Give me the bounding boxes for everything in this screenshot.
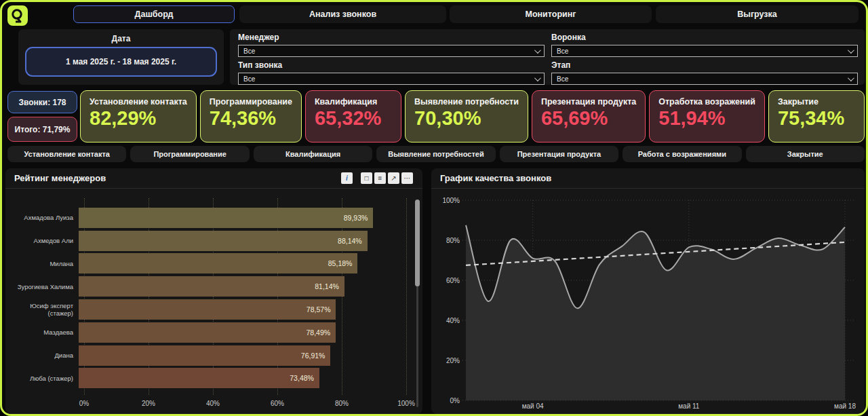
tab-export[interactable]: Выгрузка — [656, 5, 859, 23]
ranking-x-axis: 0%20%40%60%80%100% — [84, 400, 406, 409]
kpi-card-qualification: Квалификация 65,32% — [305, 90, 401, 143]
bar-track: 85,18% — [79, 253, 406, 273]
stage-button-contact[interactable]: Установление контакта — [7, 146, 126, 162]
y-tick-label: 80% — [446, 237, 460, 244]
kpi-card-title: Установление контакта — [90, 97, 187, 107]
kpi-cards-row: Установление контакта 82,29% Программиро… — [80, 90, 865, 143]
bar-row: Ахмадова Луиза89,93% — [14, 206, 406, 229]
x-tick-label: май 04 — [522, 402, 544, 410]
chevron-down-icon — [848, 75, 854, 81]
call-type-filter-select[interactable]: Все — [238, 73, 545, 85]
manager-filter-label: Менеджер — [238, 33, 545, 43]
x-tick-label: 80% — [335, 400, 349, 407]
stage-button-presentation[interactable]: Презентация продукта — [500, 146, 618, 162]
bar-track: 78,57% — [79, 299, 406, 320]
app-logo-icon — [9, 7, 26, 24]
bar-category-label: Диана — [14, 352, 79, 359]
dashboard-frame: Дашборд Анализ звонков Мониторинг Выгруз… — [0, 0, 868, 416]
kpi-card-value: 51,94% — [658, 107, 755, 130]
bar[interactable]: 89,93% — [79, 208, 373, 228]
pin-icon[interactable]: □ — [361, 172, 372, 184]
funnel-filter-label: Воронка — [551, 33, 858, 43]
bar-track: 89,93% — [79, 208, 406, 228]
kpi-card-value: 70,30% — [414, 107, 519, 130]
y-tick-label: 0% — [450, 397, 460, 404]
bar-category-label: Ахмедов Али — [14, 237, 79, 244]
call-type-filter-value: Все — [243, 75, 255, 83]
chevron-down-icon — [848, 47, 854, 54]
kpi-card-presentation: Презентация продукта 65,69% — [532, 90, 646, 143]
manager-filter-select[interactable]: Все — [238, 45, 545, 57]
kpi-card-value: 75,34% — [778, 107, 855, 130]
calls-count-badge: Звонки: 178 — [7, 91, 77, 113]
x-tick-label: 100% — [397, 400, 415, 407]
ranking-rows: Ахмадова Луиза89,93%Ахмедов Али88,14%Мил… — [14, 206, 406, 390]
stage-button-qualification[interactable]: Квалификация — [254, 146, 372, 162]
bar[interactable]: 81,14% — [79, 276, 344, 297]
bar-value-label: 81,14% — [315, 276, 339, 297]
kpi-card-title: Отработка возражений — [658, 97, 755, 107]
quality-panel-header: График качества звонков — [431, 168, 865, 189]
tab-dashboard[interactable]: Дашборд — [73, 5, 235, 23]
bar-value-label: 78,57% — [307, 299, 331, 320]
date-filter-panel: Дата 1 мая 2025 г. - 18 мая 2025 г. — [18, 29, 224, 85]
call-type-filter-label: Тип звонка — [238, 60, 545, 71]
x-tick-label: май 18 — [834, 402, 856, 410]
tab-call-analysis[interactable]: Анализ звонков — [239, 5, 446, 23]
bar-category-label: Юсиф эксперт (стажер) — [14, 302, 79, 317]
date-range-button[interactable]: 1 мая 2025 г. - 18 мая 2025 г. — [25, 47, 217, 77]
stage-filter-value: Все — [557, 75, 568, 83]
stage-buttons-row: Установление контакта Программирование К… — [7, 146, 865, 162]
kpi-card-title: Программирование — [210, 97, 292, 107]
ranking-scrollbar-thumb[interactable] — [415, 200, 420, 286]
tab-monitoring[interactable]: Мониторинг — [450, 5, 652, 23]
funnel-filter-select[interactable]: Все — [551, 45, 858, 57]
stage-button-programming[interactable]: Программирование — [130, 146, 249, 162]
bar-track: 76,91% — [79, 345, 406, 366]
bar-value-label: 89,93% — [344, 208, 368, 228]
visual-header-toolbar: i □ ≡ ↗ ⋯ — [341, 172, 413, 184]
ranking-panel: Рейтинг менеджеров i □ ≡ ↗ ⋯ Ахмадова Лу… — [5, 168, 422, 414]
bar-row: Маздаева78,49% — [14, 321, 406, 344]
funnel-filter-value: Все — [557, 48, 568, 55]
bar-value-label: 88,14% — [338, 231, 362, 251]
y-tick-label: 60% — [446, 277, 460, 284]
kpi-card-objections: Отработка возражений 51,94% — [649, 90, 765, 143]
quality-chart-svg: 0%20%40%60%80%100%май 04май 11май 18 — [437, 191, 859, 410]
stage-button-closing[interactable]: Закрытие — [746, 146, 865, 162]
focus-mode-icon[interactable]: ↗ — [388, 172, 399, 184]
stage-filter-select[interactable]: Все — [551, 73, 858, 85]
x-tick-label: 60% — [271, 400, 284, 407]
bar-row: Милана85,18% — [14, 252, 406, 276]
total-score-badge: Итого: 71,79% — [7, 117, 77, 142]
bar[interactable]: 78,57% — [79, 299, 336, 320]
bar[interactable]: 73,48% — [79, 368, 319, 388]
kpi-card-value: 74,36% — [210, 107, 292, 130]
bar-row: Диана76,91% — [14, 344, 406, 367]
more-options-icon[interactable]: ⋯ — [401, 172, 413, 184]
bar-track: 88,14% — [79, 231, 406, 251]
bar[interactable]: 76,91% — [79, 345, 330, 366]
bar[interactable]: 85,18% — [79, 253, 357, 273]
x-tick-label: 40% — [206, 400, 220, 407]
kpi-card-programming: Программирование 74,36% — [200, 90, 302, 143]
y-tick-label: 20% — [446, 357, 460, 364]
bar-category-label: Маздаева — [14, 328, 79, 336]
bar-value-label: 76,91% — [301, 345, 326, 366]
bar[interactable]: 88,14% — [79, 231, 368, 251]
date-filter-label: Дата — [18, 34, 224, 43]
gridline — [406, 198, 407, 395]
bar-category-label: Ахмадова Луиза — [14, 214, 79, 221]
filter-icon[interactable]: ≡ — [374, 172, 386, 184]
info-icon[interactable]: i — [341, 172, 353, 184]
stage-button-objections[interactable]: Работа с возражениями — [623, 146, 741, 162]
bar[interactable]: 78,49% — [79, 322, 336, 343]
stage-filter-label: Этап — [551, 60, 858, 71]
kpi-card-value: 65,69% — [541, 107, 636, 130]
x-tick-label: 0% — [79, 400, 89, 407]
stage-button-needs[interactable]: Выявление потребностей — [376, 146, 495, 162]
kpi-card-needs: Выявление потребности 70,30% — [405, 90, 528, 143]
ranking-panel-title: Рейтинг менеджеров — [14, 173, 106, 183]
quality-panel: График качества звонков 0%20%40%60%80%10… — [431, 168, 865, 414]
x-tick-label: май 11 — [678, 402, 700, 410]
